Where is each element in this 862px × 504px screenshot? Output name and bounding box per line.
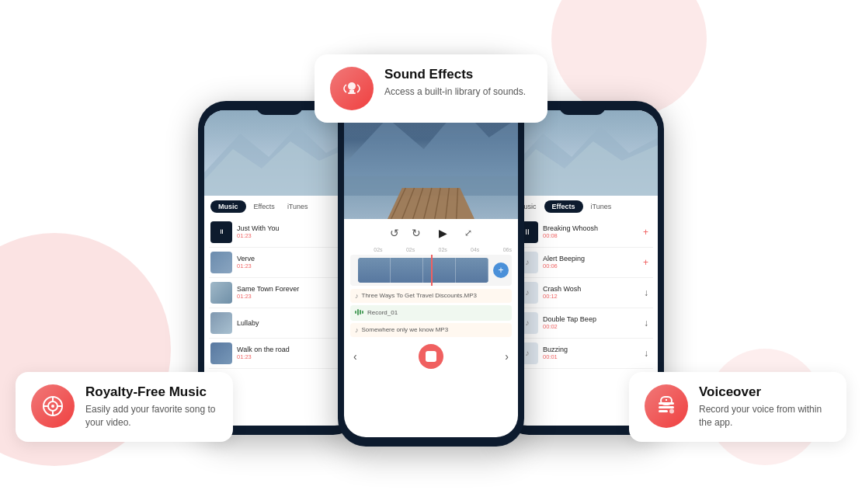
music-note-icon: ♪ (355, 292, 359, 300)
audio-track-item[interactable]: Record_01 (350, 305, 512, 321)
record-button[interactable] (419, 344, 443, 369)
feature-desc-music: Easily add your favorite song to your vi… (85, 403, 217, 429)
music-info: Walk on the road 01:23 (237, 346, 339, 360)
effects-info: Double Tap Beep 00:02 (543, 315, 639, 330)
effects-info: Crash Wosh 00:12 (543, 285, 639, 300)
music-thumbnail (210, 282, 232, 304)
play-button[interactable]: ▶ (433, 224, 452, 242)
audio-track-item[interactable]: ♪ Three Ways To Get Travel Discounts.MP3 (350, 289, 512, 303)
clip-segment (423, 258, 456, 283)
video-clip (358, 258, 488, 283)
undo-icon[interactable]: ↺ (390, 227, 399, 239)
svg-rect-15 (357, 309, 359, 315)
feature-title-sound: Sound Effects (384, 67, 526, 82)
svg-point-23 (51, 405, 54, 408)
clip-segment (358, 258, 391, 283)
expand-icon[interactable]: ⤢ (464, 228, 472, 238)
audio-track-label: Three Ways To Get Travel Discounts.MP3 (362, 292, 508, 299)
audio-tracks: ♪ Three Ways To Get Travel Discounts.MP3… (344, 289, 518, 337)
svg-point-28 (348, 82, 356, 90)
effects-duration: 00:01 (543, 353, 639, 360)
waveform-icon (355, 308, 364, 318)
music-duration: 01:23 (237, 353, 339, 360)
music-title: Verve (237, 255, 338, 262)
svg-rect-17 (362, 311, 363, 314)
audio-track-label: Record_01 (367, 309, 507, 316)
music-item[interactable]: Verve 01:23 + (209, 248, 350, 278)
effects-duration: 00:06 (543, 262, 638, 269)
svg-point-34 (669, 409, 674, 414)
audio-track-label: Somewhere only we know MP3 (362, 326, 508, 333)
bg-decor-2 (551, 0, 707, 116)
feature-text-voice: Voiceover Record your voice from within … (699, 384, 831, 429)
music-item[interactable]: Walk on the road 01:23 ↓ (209, 339, 350, 369)
feature-title-voice: Voiceover (699, 384, 831, 400)
download-icon[interactable]: ↓ (644, 318, 648, 328)
effects-item[interactable]: ♪ Alert Beeping 00:06 + (512, 248, 653, 278)
tab-itunes-right[interactable]: iTunes (586, 200, 617, 213)
add-icon[interactable]: + (643, 227, 648, 238)
add-icon[interactable]: + (643, 257, 648, 268)
music-duration: 01:23 (237, 262, 338, 269)
timeline-marks: 02s02s02s04s06s (350, 247, 512, 252)
left-phone-bg (204, 110, 355, 196)
feature-desc-voice: Record your voice from within the app. (699, 403, 831, 429)
clip-segment (456, 258, 488, 283)
feature-card-voice: Voiceover Record your voice from within … (629, 372, 846, 442)
nav-left-icon[interactable]: ‹ (353, 350, 357, 363)
effects-info: Breaking Whoosh 00:08 (543, 224, 638, 239)
effects-item[interactable]: ♪ Crash Wosh 00:12 ↓ (512, 278, 653, 308)
effects-info: Buzzing 00:01 (543, 346, 639, 360)
feature-title-music: Royalty-Free Music (85, 384, 217, 400)
effects-info: Alert Beeping 00:06 (543, 255, 638, 269)
tab-music-left[interactable]: Music (210, 200, 246, 213)
center-bottom-bar: ‹ › (344, 339, 518, 374)
music-list: ⏸ Just With You 01:23 + Verve 01:23 + (204, 217, 355, 369)
add-clip-button[interactable]: + (493, 262, 509, 278)
svg-rect-30 (348, 92, 356, 94)
playback-controls: ↺ ↻ ▶ ⤢ (344, 219, 518, 247)
music-title: Just With You (237, 224, 338, 232)
download-icon[interactable]: ↓ (644, 348, 648, 359)
tab-itunes-left[interactable]: iTunes (283, 200, 313, 213)
svg-rect-16 (360, 310, 361, 315)
music-item[interactable]: Lullaby ↓ (209, 308, 350, 339)
tab-effects-left[interactable]: Effects (249, 200, 280, 213)
effects-item[interactable]: ♪ Buzzing 00:01 ↓ (512, 339, 653, 369)
playhead (431, 255, 433, 286)
feature-card-sound: Sound Effects Access a built-in library … (315, 54, 547, 123)
clip-segment (391, 258, 423, 283)
right-tab-bar: Music Effects iTunes (507, 196, 658, 217)
music-info: Verve 01:23 (237, 255, 338, 269)
nav-right-icon[interactable]: › (505, 350, 509, 363)
music-title: Walk on the road (237, 346, 339, 353)
timeline[interactable]: 02s02s02s04s06s + (344, 247, 518, 286)
tab-effects-right[interactable]: Effects (544, 200, 583, 213)
phone-notch-right (559, 101, 606, 115)
music-info: Just With You 01:23 (237, 224, 338, 239)
music-thumbnail (210, 312, 232, 334)
timeline-track[interactable]: + (350, 255, 512, 286)
effects-item[interactable]: ⏸ Breaking Whoosh 00:08 + (512, 217, 653, 248)
download-icon[interactable]: ↓ (644, 287, 648, 298)
phone-notch-left (256, 101, 303, 115)
effects-duration: 00:02 (543, 323, 639, 330)
music-item[interactable]: Same Town Forever 01:23 (209, 278, 350, 308)
music-duration: 01:23 (237, 293, 333, 300)
redo-icon[interactable]: ↻ (412, 227, 421, 239)
effects-title: Buzzing (543, 346, 639, 353)
feature-text-sound: Sound Effects Access a built-in library … (384, 67, 526, 99)
effects-title: Double Tap Beep (543, 315, 639, 323)
effects-title: Alert Beeping (543, 255, 638, 262)
music-thumbnail (210, 252, 232, 273)
music-info: Same Town Forever 01:23 (237, 285, 333, 300)
audio-track-item[interactable]: ♪ Somewhere only we know MP3 (350, 323, 512, 337)
feature-desc-sound: Access a built-in library of sounds. (384, 85, 526, 99)
svg-rect-29 (349, 90, 354, 92)
effects-item[interactable]: ♪ Double Tap Beep 00:02 ↓ (512, 308, 653, 339)
effects-list: ⏸ Breaking Whoosh 00:08 + ♪ Alert Beepin… (507, 217, 658, 369)
svg-rect-33 (659, 410, 668, 412)
music-duration: 01:23 (237, 232, 338, 239)
music-title: Same Town Forever (237, 285, 333, 293)
music-item[interactable]: ⏸ Just With You 01:23 + (209, 217, 350, 248)
